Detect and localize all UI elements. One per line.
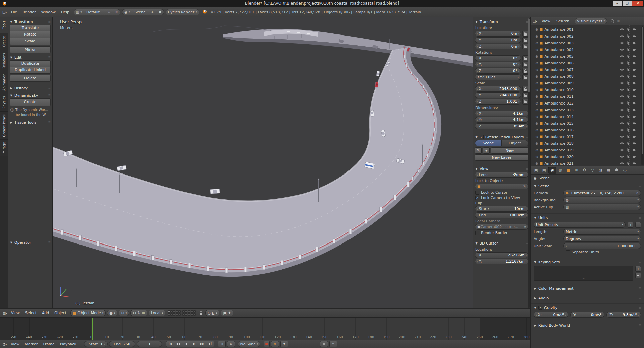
- properties-tab-material-icon[interactable]: ◑: [597, 167, 604, 174]
- outliner-row[interactable]: ⊕ Ambulance.004: [531, 46, 644, 53]
- scale-button[interactable]: Scale: [10, 38, 51, 45]
- selectable-cursor-icon[interactable]: [626, 94, 630, 98]
- outliner-row[interactable]: ⊕ Ambulance.015: [531, 120, 644, 127]
- separate-units-checkbox[interactable]: Separate Units: [566, 250, 599, 254]
- expand-icon[interactable]: ⊕: [535, 135, 538, 139]
- panel-header-3d-cursor[interactable]: ▼3D Cursor≣: [475, 240, 528, 246]
- expand-icon[interactable]: ⊕: [535, 34, 538, 38]
- active-clip-field[interactable]: ▦▾: [563, 204, 641, 210]
- auto-keyframe-icon[interactable]: ◎: [218, 341, 226, 347]
- lens-slider[interactable]: ‹Lens:35mm›: [475, 172, 528, 178]
- object-name[interactable]: Ambulance.009: [544, 81, 573, 85]
- gp-new-layer-button[interactable]: New Layer: [475, 154, 528, 161]
- visibility-eye-icon[interactable]: [620, 81, 624, 85]
- menu-render[interactable]: Render: [20, 9, 38, 15]
- panel-header-scene[interactable]: ▼Scene≣: [534, 183, 641, 189]
- transform-orientation-dropdown[interactable]: Local▾: [149, 310, 165, 316]
- unit-scale-slider[interactable]: ‹1.000000›: [563, 243, 641, 249]
- object-name[interactable]: Ambulance.010: [544, 88, 573, 92]
- duplicate-linked-button[interactable]: Duplicate Linked: [10, 67, 51, 74]
- close-button[interactable]: ✕: [632, 1, 643, 6]
- properties-tab-object-icon[interactable]: ■: [565, 167, 572, 174]
- renderable-camera-icon[interactable]: [633, 108, 637, 112]
- lock-object-field[interactable]: ■✎: [475, 184, 528, 189]
- selectable-cursor-icon[interactable]: [626, 115, 630, 119]
- expand-icon[interactable]: ⊕: [535, 142, 538, 145]
- expand-icon[interactable]: ⊕: [535, 148, 538, 152]
- angle-dropdown[interactable]: Degrees▾: [563, 236, 641, 242]
- expand-icon[interactable]: ⊕: [535, 162, 538, 165]
- expand-icon[interactable]: ⊕: [535, 28, 538, 31]
- selectable-cursor-icon[interactable]: [626, 27, 630, 31]
- toolshelf-tab-create[interactable]: Create: [0, 33, 8, 50]
- renderable-camera-icon[interactable]: [633, 81, 637, 85]
- outliner-row[interactable]: ⊕ Ambulance.007: [531, 66, 644, 73]
- object-name[interactable]: Ambulance.003: [544, 41, 573, 45]
- object-name[interactable]: Ambulance.015: [544, 121, 573, 126]
- layout-add-button[interactable]: ＋: [105, 9, 113, 15]
- menu-help[interactable]: Help: [58, 9, 72, 15]
- outliner-row[interactable]: ⊕ Ambulance.002: [531, 33, 644, 40]
- outliner-row[interactable]: ⊕ Ambulance.014: [531, 113, 644, 120]
- menu-view[interactable]: View: [8, 341, 22, 347]
- scissors-icon[interactable]: ✂: [329, 341, 337, 347]
- object-name[interactable]: Ambulance.021: [544, 161, 573, 166]
- selectable-cursor-icon[interactable]: [626, 81, 630, 85]
- preset-remove-button[interactable]: −: [635, 222, 641, 228]
- jump-to-start-button[interactable]: |◀: [166, 341, 174, 347]
- rotation-mode-dropdown[interactable]: XYZ Euler▾: [475, 74, 521, 80]
- visibility-eye-icon[interactable]: [620, 94, 624, 98]
- renderable-camera-icon[interactable]: [633, 161, 637, 165]
- keying-remove-button[interactable]: −: [635, 273, 641, 278]
- scene-browse-icon[interactable]: ◉▾: [122, 9, 132, 15]
- render-engine-selector[interactable]: Cycles Render▾: [166, 9, 199, 15]
- object-name[interactable]: Ambulance.018: [544, 141, 573, 146]
- number-field-z[interactable]: ‹Z:0m›: [475, 44, 521, 49]
- maximize-button[interactable]: ▢: [623, 1, 632, 6]
- visibility-eye-icon[interactable]: [620, 115, 624, 119]
- gp-draw-icon[interactable]: ✎: [475, 147, 482, 154]
- renderable-camera-icon[interactable]: [633, 121, 637, 125]
- expand-icon[interactable]: ⊕: [535, 115, 538, 119]
- selectable-cursor-icon[interactable]: [626, 155, 630, 159]
- checkbox-checked[interactable]: ✓: [538, 306, 542, 310]
- selectable-cursor-icon[interactable]: [626, 74, 630, 78]
- number-field-x[interactable]: ‹X:0m›: [475, 31, 521, 37]
- object-name[interactable]: Ambulance.012: [544, 101, 573, 106]
- viewport-editor-icon[interactable]: ▦▾: [3, 311, 7, 315]
- number-field-x[interactable]: ‹X:262.66m›: [475, 252, 528, 258]
- outliner-row[interactable]: ⊕ Ambulance.009: [531, 80, 644, 86]
- search-icon[interactable]: [610, 19, 615, 23]
- selectable-cursor-icon[interactable]: [626, 54, 630, 58]
- selectable-cursor-icon[interactable]: [626, 148, 630, 152]
- layout-delete-button[interactable]: ✕: [113, 9, 120, 15]
- visibility-eye-icon[interactable]: [620, 108, 624, 112]
- scene-delete-button[interactable]: ✕: [156, 9, 163, 15]
- frame-start-field[interactable]: ‹Start:1›: [84, 341, 108, 347]
- visibility-eye-icon[interactable]: [620, 135, 624, 139]
- selectable-cursor-icon[interactable]: [626, 108, 630, 112]
- properties-tab-data-icon[interactable]: ▽: [589, 167, 596, 174]
- previous-keyframe-button[interactable]: ◀◀: [174, 341, 182, 347]
- outliner-row[interactable]: ⊕ Ambulance.013: [531, 107, 644, 113]
- menu-view[interactable]: View: [8, 310, 22, 316]
- outliner-row[interactable]: ⊕ Ambulance.016: [531, 127, 644, 133]
- object-name[interactable]: Ambulance.019: [544, 148, 573, 152]
- keying-options-icon[interactable]: ◆: [271, 341, 279, 347]
- menu-object[interactable]: Object: [52, 310, 69, 316]
- timeline-editor-icon[interactable]: ◔▾: [3, 342, 7, 346]
- outliner-scrollbar[interactable]: [641, 26, 644, 165]
- sync-mode-dropdown[interactable]: No Sync▾: [238, 341, 260, 347]
- panel-header-gravity[interactable]: ▼✓Gravity≣: [534, 305, 641, 311]
- renderable-camera-icon[interactable]: [633, 135, 637, 139]
- toolshelf-tab-grease-pencil[interactable]: Grease Pencil: [0, 112, 8, 140]
- renderable-camera-icon[interactable]: [633, 54, 637, 58]
- toolshelf-tab-mirage[interactable]: Mirage: [0, 140, 8, 156]
- properties-tab-scene-icon[interactable]: ◉: [548, 167, 556, 174]
- number-field-y[interactable]: ‹Y:-1.2167km›: [475, 259, 528, 264]
- panel-header-keying-sets[interactable]: ▼Keying Sets≣: [534, 259, 641, 265]
- expand-icon[interactable]: ⊕: [535, 75, 538, 78]
- menu-file[interactable]: File: [8, 9, 20, 15]
- panel-header-edit[interactable]: ▼Edit≣: [10, 54, 51, 60]
- expand-icon[interactable]: ⊕: [535, 68, 538, 72]
